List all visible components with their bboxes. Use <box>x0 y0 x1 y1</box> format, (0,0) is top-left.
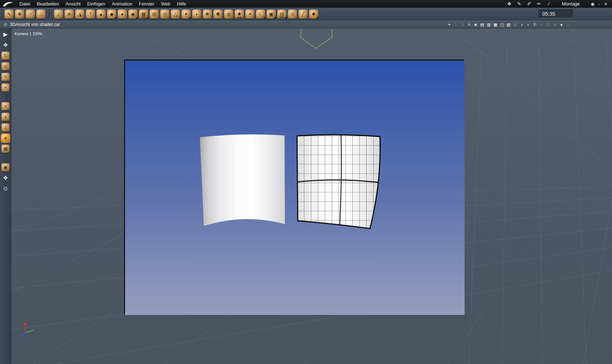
menu-ansicht[interactable]: Ansicht <box>62 0 84 8</box>
ruler-icon-glyph: ∕ <box>549 1 549 7</box>
object-axis-tool[interactable]: ⊕ <box>1 134 10 142</box>
menu-bearbeiten-label: Bearbeiten <box>37 1 59 7</box>
render-active-view-icon-glyph: ✦ <box>447 22 451 27</box>
shell-icon[interactable]: ◗ <box>192 10 201 19</box>
view-layout-single-icon[interactable]: ■ <box>473 22 479 27</box>
shaded-surface-object[interactable] <box>200 134 285 226</box>
menu-bearbeiten[interactable]: Bearbeiten <box>33 0 62 8</box>
flower-icon[interactable]: ✽ <box>213 10 223 19</box>
menu-fenster[interactable]: Fenster <box>136 0 158 8</box>
knife-tool[interactable]: ✎ <box>1 73 10 81</box>
pencil-icon[interactable]: ✐ <box>524 1 534 7</box>
camera-move-tool-glyph: ✥ <box>3 42 8 48</box>
particle-sphere-icon[interactable]: ✹SDK <box>235 10 244 19</box>
view-layout-list-icon[interactable]: ▧ <box>506 22 512 27</box>
moon-icon[interactable]: ☾ <box>256 10 265 19</box>
landscape-icon[interactable]: ▲ <box>96 10 106 19</box>
lighter-render-icon-glyph: ♨ <box>39 12 43 16</box>
axis-lock-icon[interactable]: ✳ <box>466 22 472 27</box>
grab-hand-icon[interactable]: ✥ <box>15 10 24 19</box>
spline-pen-icon-glyph: ✎ <box>7 12 11 16</box>
x-axis-lock-tool[interactable]: x <box>1 102 10 110</box>
dashed-frame-icon[interactable]: ◌ <box>539 22 545 27</box>
stage-clap-icon[interactable]: ▤SDK <box>277 10 286 19</box>
view-layout-quad-icon[interactable]: ▦ <box>492 22 498 27</box>
extrude-object-icon-glyph: ◆ <box>110 12 114 16</box>
visibility-eye-icon[interactable]: ◉ <box>589 1 596 7</box>
wrench-icon[interactable]: ╱ <box>298 10 308 19</box>
spike-ball-icon[interactable]: ✶ <box>182 10 191 19</box>
isometric-cube-icon[interactable]: □ <box>545 22 551 27</box>
z-axis-lock-tool[interactable]: z <box>1 123 10 131</box>
view-layout-3split-icon[interactable]: ◫ <box>499 22 505 27</box>
snap-settings-icon[interactable]: ∴ <box>453 22 459 27</box>
extrude-object-icon[interactable]: ◆ <box>107 10 116 19</box>
torus-icon[interactable]: ◎ <box>160 10 169 19</box>
magnify-sphere-icon[interactable]: ◉ <box>128 10 138 19</box>
rotate-tool[interactable]: ↻ <box>1 52 10 60</box>
array-object-icon[interactable]: ⊞ <box>150 10 159 19</box>
lighter-render-icon[interactable]: ♨ <box>36 10 45 19</box>
menu-datei[interactable]: Datei <box>16 0 33 8</box>
safe-frames-icon[interactable]: ◇ <box>512 22 518 27</box>
camera-film-icon-glyph: ▣ <box>269 12 273 16</box>
render-region[interactable] <box>124 60 464 314</box>
wire-sphere-icon[interactable]: ⊕ <box>65 10 74 19</box>
text-object-icon[interactable]: T <box>86 10 95 19</box>
dashed-frame-icon-glyph: ◌ <box>540 22 543 27</box>
menu-hilfe[interactable]: Hilfe <box>173 0 189 8</box>
close-icon[interactable]: ✕ <box>602 1 609 7</box>
push-finger-icon-glyph: ☞ <box>28 12 33 16</box>
camera-film-icon[interactable]: ▣ <box>267 10 276 19</box>
camera-move-tool[interactable]: ✥ <box>1 41 10 49</box>
texture-tool[interactable]: ▦ <box>1 145 10 153</box>
gear-icon[interactable]: ✱ <box>309 10 318 19</box>
pan-hand-icon[interactable]: ✥ <box>504 1 514 7</box>
menu-einfuegen[interactable]: Einfügen <box>84 0 109 8</box>
shading-quick-icon[interactable]: ◐ <box>525 22 531 27</box>
target-icon[interactable]: ⊙ <box>288 10 297 19</box>
menu-web[interactable]: Web <box>158 0 173 8</box>
sun-light-icon[interactable]: ☀ <box>245 10 254 19</box>
pen-icon[interactable]: ✏ <box>534 1 544 7</box>
select-arrow-tool[interactable]: ▶ <box>1 30 10 38</box>
camera-view-tool[interactable]: ▣ <box>1 163 10 171</box>
submenu-arrow-icon <box>146 17 148 19</box>
pyramid-icon-glyph: △ <box>174 12 177 16</box>
y-axis-lock-tool[interactable]: y <box>1 113 10 121</box>
push-finger-icon[interactable]: ☞ <box>26 10 35 19</box>
render-active-view-icon[interactable]: ✦ <box>446 22 452 27</box>
scale-tool[interactable]: ◎ <box>1 62 10 70</box>
metaball-icon[interactable]: ● <box>118 10 127 19</box>
brush-icon[interactable]: ✎ <box>514 1 524 7</box>
checker-cube-icon[interactable]: ▦SDK <box>139 10 148 19</box>
menu-einfuegen-label: Einfügen <box>87 1 105 7</box>
scale-tool-glyph: ◎ <box>4 64 7 69</box>
virus-ball-icon[interactable]: ❋ <box>203 10 212 19</box>
view-layout-2v-icon[interactable]: ▥ <box>486 22 492 27</box>
camera-wireframe-object[interactable] <box>300 29 333 48</box>
axe-icon[interactable]: ◮ <box>75 10 84 19</box>
pin-tool[interactable]: + <box>1 83 10 92</box>
pyramid-icon[interactable]: △ <box>171 10 180 19</box>
viewport-3d[interactable]: Kamera 1 100% <box>11 29 612 364</box>
grid-snap-icon[interactable]: ∷ <box>459 22 465 27</box>
shading-gouraud-icon[interactable]: ◑ <box>519 22 525 27</box>
pan-view-tool[interactable]: ✥ <box>1 174 10 182</box>
solid-display-icon[interactable]: ● <box>558 22 564 27</box>
viewport-select-dot[interactable] <box>4 23 7 26</box>
view-layout-2h-icon[interactable]: ▤ <box>479 22 485 27</box>
wireframe-display-icon[interactable]: ○ <box>552 22 558 27</box>
ruler-icon[interactable]: ∕ <box>544 1 554 7</box>
rotate-view-icon[interactable]: ↻ <box>532 22 538 27</box>
object-axis-tool-glyph: ⊕ <box>4 135 7 141</box>
minimize-icon[interactable]: – <box>596 1 602 7</box>
box-display-icon[interactable]: ● <box>565 22 571 27</box>
spline-pen-icon[interactable]: ✎ <box>4 10 14 19</box>
zoom-view-tool[interactable]: ⊙ <box>1 185 10 193</box>
app-logo-icon <box>0 0 16 8</box>
barrel-icon[interactable]: ◍ <box>224 10 233 19</box>
anvil-icon[interactable]: ⊥ <box>54 10 63 19</box>
menu-animation[interactable]: Animation <box>109 0 136 8</box>
torus-icon-glyph: ◎ <box>163 12 167 16</box>
